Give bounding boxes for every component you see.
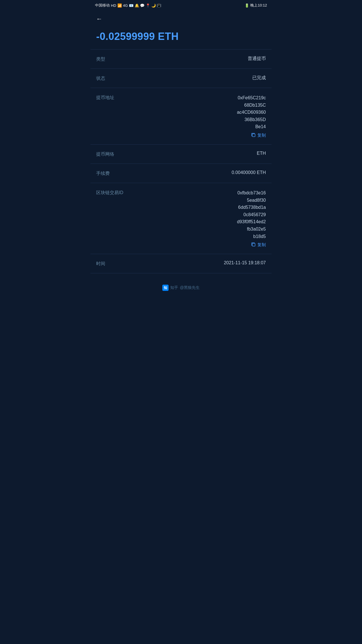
detail-row: 手续费0.00400000 ETH [90, 164, 272, 183]
status-right: 🔋 晚上10:12 [245, 3, 267, 8]
back-arrow-icon: ← [96, 15, 102, 22]
app-icons: 📧 🔔 💬 📍 🌙 📳 [129, 3, 161, 8]
signal-strength: 📶 [117, 3, 122, 8]
address-container: 0xFe65C219c68Db135C ac4CD60936036Bb365D … [216, 94, 266, 138]
detail-label: 手续费 [96, 170, 119, 177]
detail-row: 提币地址0xFe65C219c68Db135C ac4CD60936036Bb3… [90, 88, 272, 145]
detail-label: 区块链交易ID [96, 189, 123, 196]
copy-icon [251, 242, 256, 248]
address-value: 0xfbdcb73e165ead8f30 6dd5738bd1a0c845672… [236, 189, 266, 240]
address-container: 0xfbdcb73e165ead8f30 6dd5738bd1a0c845672… [216, 189, 266, 248]
copy-button[interactable]: 复制 [251, 242, 266, 248]
copy-label: 复制 [257, 242, 266, 248]
svg-rect-1 [252, 243, 255, 246]
detail-rows-container: 类型普通提币状态已完成提币地址0xFe65C219c68Db135C ac4CD… [90, 50, 272, 273]
detail-label: 提币地址 [96, 94, 119, 101]
detail-row: 状态已完成 [90, 69, 272, 88]
zhihu-icon: 知 [162, 285, 169, 291]
detail-row: 提币网络ETH [90, 145, 272, 164]
detail-row: 时间2021-11-15 19:18:07 [90, 254, 272, 273]
amount-section: -0.02599999 ETH [90, 25, 272, 50]
detail-value: 普通提币 [248, 56, 266, 62]
status-bar: 中国移动 HD 📶 4G 📧 🔔 💬 📍 🌙 📳 🔋 晚上10:12 [90, 0, 272, 11]
hd-badge: HD [111, 3, 116, 8]
copy-label: 复制 [257, 133, 266, 138]
footer-brand: 知 知乎 @黑狼先生 [96, 285, 266, 291]
battery-icon: 🔋 [245, 3, 249, 8]
copy-icon [251, 133, 256, 138]
detail-label: 类型 [96, 56, 119, 62]
status-left: 中国移动 HD 📶 4G 📧 🔔 💬 📍 🌙 📳 [95, 3, 161, 8]
detail-label: 提币网络 [96, 151, 119, 157]
time-display: 晚上10:12 [250, 3, 267, 8]
carrier-text: 中国移动 [95, 3, 110, 8]
address-value: 0xFe65C219c68Db135C ac4CD60936036Bb365D … [236, 94, 266, 130]
detail-value: ETH [257, 151, 266, 156]
detail-row: 类型普通提币 [90, 50, 272, 69]
detail-row: 区块链交易ID0xfbdcb73e165ead8f30 6dd5738bd1a0… [90, 183, 272, 254]
copy-button[interactable]: 复制 [251, 133, 266, 138]
detail-label: 状态 [96, 75, 119, 81]
signal-type: 4G [123, 3, 128, 8]
footer: 知 知乎 @黑狼先生 [90, 273, 272, 297]
transaction-amount: -0.02599999 ETH [96, 31, 266, 42]
detail-value: 已完成 [252, 75, 266, 81]
svg-rect-0 [252, 134, 255, 137]
footer-platform: 知乎 [170, 285, 178, 290]
detail-value: 0.00400000 ETH [232, 170, 266, 175]
detail-value: 2021-11-15 19:18:07 [224, 260, 266, 265]
detail-label: 时间 [96, 260, 119, 267]
footer-username: @黑狼先生 [180, 285, 200, 290]
back-button[interactable]: ← [90, 11, 272, 25]
